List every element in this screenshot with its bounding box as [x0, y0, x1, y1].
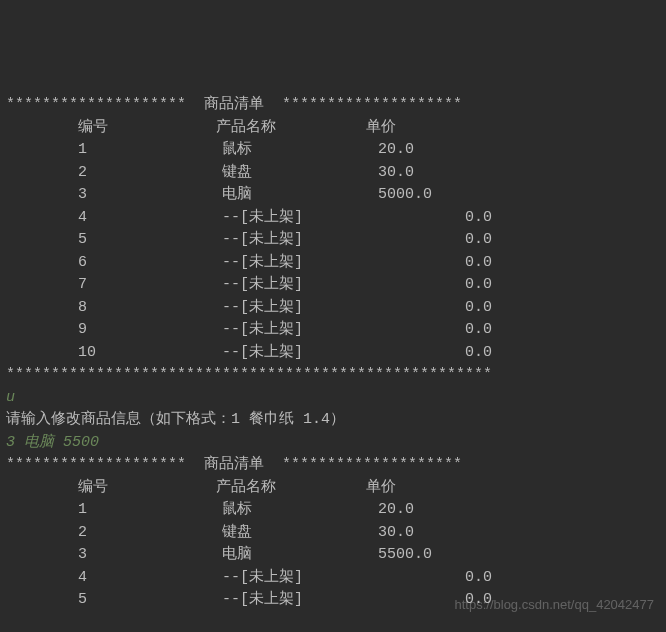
watermark-text: https://blog.csdn.net/qq_42042477 — [455, 595, 655, 615]
table-row: 7 --[未上架] 0.0 — [6, 274, 660, 297]
list-header: ******************** 商品清单 **************… — [6, 454, 660, 477]
table-row: 2 键盘 30.0 — [6, 162, 660, 185]
list-header: ******************** 商品清单 **************… — [6, 94, 660, 117]
table-row: 3 电脑 5000.0 — [6, 184, 660, 207]
table-row: 2 键盘 30.0 — [6, 522, 660, 545]
table-row: 9 --[未上架] 0.0 — [6, 319, 660, 342]
table-row: 4 --[未上架] 0.0 — [6, 207, 660, 230]
table-row: 5 --[未上架] 0.0 — [6, 229, 660, 252]
prompt-text: 请输入修改商品信息（如下格式：1 餐巾纸 1.4） — [6, 409, 660, 432]
table-row: 1 鼠标 20.0 — [6, 139, 660, 162]
table-row: 1 鼠标 20.0 — [6, 499, 660, 522]
table-row: 3 电脑 5500.0 — [6, 544, 660, 567]
user-input: 3 电脑 5500 — [6, 432, 660, 455]
user-input: u — [6, 387, 660, 410]
table-row: 4 --[未上架] 0.0 — [6, 567, 660, 590]
table-row: 8 --[未上架] 0.0 — [6, 297, 660, 320]
table-row: 10 --[未上架] 0.0 — [6, 342, 660, 365]
column-header: 编号 产品名称 单价 — [6, 477, 660, 500]
terminal-output: ******************** 商品清单 **************… — [6, 94, 660, 612]
column-header: 编号 产品名称 单价 — [6, 117, 660, 140]
list-footer: ****************************************… — [6, 364, 660, 387]
table-row: 6 --[未上架] 0.0 — [6, 252, 660, 275]
